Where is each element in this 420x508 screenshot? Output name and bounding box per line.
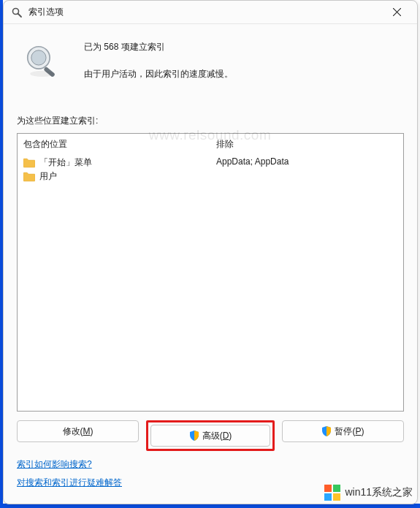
how-indexing-affects-search-link[interactable]: 索引如何影响搜索?: [17, 458, 92, 471]
included-header: 包含的位置: [23, 138, 205, 151]
excluded-header: 排除: [216, 138, 397, 151]
folder-icon: [23, 172, 35, 182]
close-icon: [393, 8, 401, 16]
links-area: 索引如何影响搜索? 对搜索和索引进行疑难解答: [17, 458, 404, 495]
titlebar: 索引选项: [4, 1, 417, 24]
svg-line-1: [18, 13, 22, 17]
button-row: 修改(M) 高级(D) 暂停(P): [17, 420, 404, 451]
dialog-content: 已为 568 项建立索引 由于用户活动，因此索引的速度减慢。 为这些位置建立索引…: [4, 24, 417, 504]
folder-icon: [23, 158, 35, 168]
svg-point-5: [31, 50, 46, 65]
included-item-label: 「开始」菜单: [39, 156, 92, 169]
highlight-frame: 高级(D): [146, 420, 275, 451]
svg-point-7: [30, 71, 55, 77]
included-item-label: 用户: [39, 170, 57, 183]
list-item[interactable]: 「开始」菜单: [23, 156, 205, 169]
shield-icon: [189, 431, 199, 441]
button-label: 暂停(P): [335, 425, 364, 438]
window-title: 索引选项: [28, 6, 381, 18]
shield-icon: [321, 426, 332, 436]
indexing-options-dialog: 索引选项 已为 568 项建立索引 由于用户活动，因此索引的速度减慢。 为这些位…: [3, 0, 418, 504]
indexed-count: 已为 568 项建立索引: [84, 39, 233, 56]
excluded-column: 排除 AppData; AppData: [210, 134, 403, 411]
magnifier-large-icon: [21, 40, 64, 83]
close-button[interactable]: [381, 2, 413, 23]
locations-listbox[interactable]: 包含的位置 「开始」菜单 用户 排除 AppData; AppData: [17, 133, 404, 412]
locations-label: 为这些位置建立索引:: [17, 115, 404, 127]
indexing-speed-reason: 由于用户活动，因此索引的速度减慢。: [84, 66, 233, 83]
button-label: 高级(D): [202, 430, 232, 442]
modify-button[interactable]: 修改(M): [17, 420, 139, 442]
magnifier-icon: [11, 7, 23, 18]
pause-button[interactable]: 暂停(P): [282, 420, 404, 442]
status-area: 已为 568 项建立索引 由于用户活动，因此索引的速度减慢。: [17, 34, 404, 83]
included-column: 包含的位置 「开始」菜单 用户: [18, 134, 210, 411]
troubleshoot-link[interactable]: 对搜索和索引进行疑难解答: [17, 477, 122, 489]
button-label: 修改(M): [63, 425, 93, 438]
advanced-button[interactable]: 高级(D): [150, 425, 270, 447]
excluded-item: AppData; AppData: [216, 156, 397, 167]
list-item[interactable]: 用户: [23, 170, 205, 183]
